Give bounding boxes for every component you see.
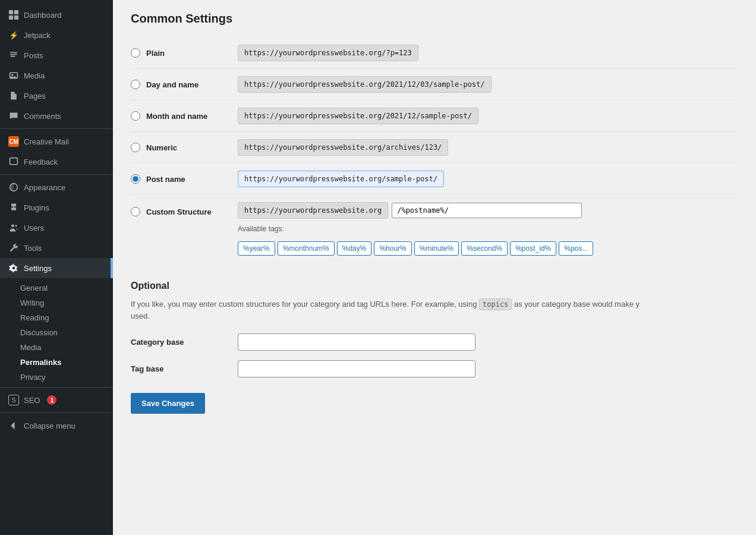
permalink-custom-content: https://yourwordpresswebsite.org Availab… xyxy=(238,202,738,256)
sidebar-item-jetpack[interactable]: ⚡ Jetpack xyxy=(0,25,113,45)
permalink-options: Plain https://yourwordpresswebsite.org/?… xyxy=(131,37,738,263)
custom-base-url: https://yourwordpresswebsite.org xyxy=(238,202,388,219)
main-content: Common Settings Plain https://yourwordpr… xyxy=(113,0,756,535)
svg-rect-3 xyxy=(14,15,18,20)
permalink-radio-numeric[interactable] xyxy=(131,143,140,152)
url-display-numeric: https://yourwordpresswebsite.org/archive… xyxy=(238,139,448,156)
category-base-label: Category base xyxy=(131,338,226,347)
sidebar-item-plugins[interactable]: Plugins xyxy=(0,197,113,218)
permalink-url-numeric: https://yourwordpresswebsite.org/archive… xyxy=(238,139,738,156)
sidebar-sub-privacy[interactable]: Privacy xyxy=(0,370,113,385)
category-base-input[interactable] xyxy=(238,333,475,351)
permalink-label-month-name: Month and name xyxy=(131,111,238,121)
tag-monthnum[interactable]: %monthnum% xyxy=(278,241,335,256)
permalink-radio-custom[interactable] xyxy=(131,207,140,216)
sidebar-label-creative-mail: Creative Mail xyxy=(24,137,69,146)
save-changes-button[interactable]: Save Changes xyxy=(131,393,205,414)
dashboard-icon xyxy=(8,10,19,20)
sidebar-label-comments: Comments xyxy=(24,112,61,121)
sidebar-sub-reading[interactable]: Reading xyxy=(0,310,113,325)
permalink-label-custom: Custom Structure xyxy=(131,202,238,216)
sidebar-item-seo[interactable]: S SEO 1 xyxy=(0,390,113,410)
sidebar-item-settings[interactable]: Settings xyxy=(0,258,113,278)
plugins-icon xyxy=(8,202,19,213)
sidebar-label-users: Users xyxy=(24,224,44,232)
permalink-row-month-name: Month and name https://yourwordpresswebs… xyxy=(131,100,738,132)
sidebar-label-appearance: Appearance xyxy=(24,183,65,192)
permalink-label-day-name: Day and name xyxy=(131,80,238,89)
sidebar-label-media: Media xyxy=(24,71,45,80)
code-example: topics xyxy=(479,298,512,310)
custom-url-row: https://yourwordpresswebsite.org xyxy=(238,202,738,219)
custom-structure-input[interactable] xyxy=(392,203,582,218)
sidebar-label-jetpack: Jetpack xyxy=(24,31,51,40)
settings-icon xyxy=(8,263,19,273)
comments-icon xyxy=(8,111,19,121)
tag-second[interactable]: %second% xyxy=(461,241,508,256)
sidebar-item-creative-mail[interactable]: CM Creative Mail xyxy=(0,131,113,152)
permalink-label-post-name: Post name xyxy=(131,174,238,184)
users-icon xyxy=(8,222,19,233)
appearance-icon xyxy=(8,182,19,193)
sidebar-label-settings: Settings xyxy=(24,264,52,273)
permalink-row-numeric: Numeric https://yourwordpresswebsite.org… xyxy=(131,132,738,163)
url-display-day-name: https://yourwordpresswebsite.org/2021/12… xyxy=(238,76,492,93)
posts-icon xyxy=(8,50,19,61)
sidebar-item-feedback[interactable]: Feedback xyxy=(0,152,113,172)
sidebar-item-users[interactable]: Users xyxy=(0,218,113,238)
sidebar-sub-media[interactable]: Media xyxy=(0,340,113,355)
sidebar-item-tools[interactable]: Tools xyxy=(0,238,113,258)
permalink-radio-plain[interactable] xyxy=(131,48,140,58)
optional-description: If you like, you may enter custom struct… xyxy=(131,298,738,322)
tag-base-input[interactable] xyxy=(238,360,475,377)
svg-rect-0 xyxy=(9,10,13,14)
sidebar-collapse-label: Collapse menu xyxy=(24,421,75,430)
url-display-post-name: https://yourwordpresswebsite.org/sample-… xyxy=(238,171,444,187)
settings-submenu: General Writing Reading Discussion Media… xyxy=(0,281,113,385)
permalink-row-custom: Custom Structure https://yourwordpresswe… xyxy=(131,195,738,263)
tag-post-id[interactable]: %post_id% xyxy=(510,241,556,256)
tag-year[interactable]: %year% xyxy=(238,241,275,256)
sidebar-collapse[interactable]: Collapse menu xyxy=(0,416,113,436)
pages-icon xyxy=(8,90,19,101)
sidebar-item-posts[interactable]: Posts xyxy=(0,45,113,65)
permalink-radio-day-name[interactable] xyxy=(131,80,140,89)
tag-hour[interactable]: %hour% xyxy=(374,241,411,256)
svg-rect-1 xyxy=(14,10,18,14)
category-base-row: Category base xyxy=(131,333,738,351)
sidebar-label-posts: Posts xyxy=(24,51,43,60)
page-title: Common Settings xyxy=(131,12,738,26)
sidebar-label-seo: SEO xyxy=(24,396,40,405)
media-icon xyxy=(8,70,19,81)
tag-base-row: Tag base xyxy=(131,360,738,377)
sidebar-item-media[interactable]: Media xyxy=(0,65,113,86)
permalink-row-day-name: Day and name https://yourwordpresswebsit… xyxy=(131,69,738,100)
permalink-radio-month-name[interactable] xyxy=(131,111,140,121)
tag-postname[interactable]: %pos... xyxy=(559,241,593,256)
sidebar: Dashboard ⚡ Jetpack Posts Media Pages xyxy=(0,0,113,535)
sidebar-item-dashboard[interactable]: Dashboard xyxy=(0,5,113,25)
creative-mail-icon: CM xyxy=(8,136,19,147)
tools-icon xyxy=(8,243,19,253)
permalink-row-plain: Plain https://yourwordpresswebsite.org/?… xyxy=(131,37,738,69)
sidebar-label-pages: Pages xyxy=(24,92,46,100)
optional-section: Optional If you like, you may enter cust… xyxy=(131,281,738,414)
sidebar-sub-writing[interactable]: Writing xyxy=(0,295,113,310)
permalink-url-day-name: https://yourwordpresswebsite.org/2021/12… xyxy=(238,76,738,93)
tag-minute[interactable]: %minute% xyxy=(414,241,459,256)
sidebar-sub-discussion[interactable]: Discussion xyxy=(0,325,113,340)
sidebar-item-pages[interactable]: Pages xyxy=(0,86,113,106)
sidebar-sub-general[interactable]: General xyxy=(0,281,113,295)
svg-rect-8 xyxy=(11,204,16,207)
svg-point-5 xyxy=(11,74,13,76)
permalink-radio-post-name[interactable] xyxy=(131,174,140,184)
tags-row: %year% %monthnum% %day% %hour% %minute% … xyxy=(238,241,738,256)
seo-icon: S xyxy=(8,395,19,405)
sidebar-item-appearance[interactable]: Appearance xyxy=(0,177,113,197)
sidebar-item-comments[interactable]: Comments xyxy=(0,106,113,126)
optional-title: Optional xyxy=(131,281,738,291)
sidebar-label-dashboard: Dashboard xyxy=(24,11,62,20)
svg-point-11 xyxy=(11,224,14,227)
sidebar-sub-permalinks[interactable]: Permalinks xyxy=(0,355,113,370)
tag-day[interactable]: %day% xyxy=(337,241,372,256)
